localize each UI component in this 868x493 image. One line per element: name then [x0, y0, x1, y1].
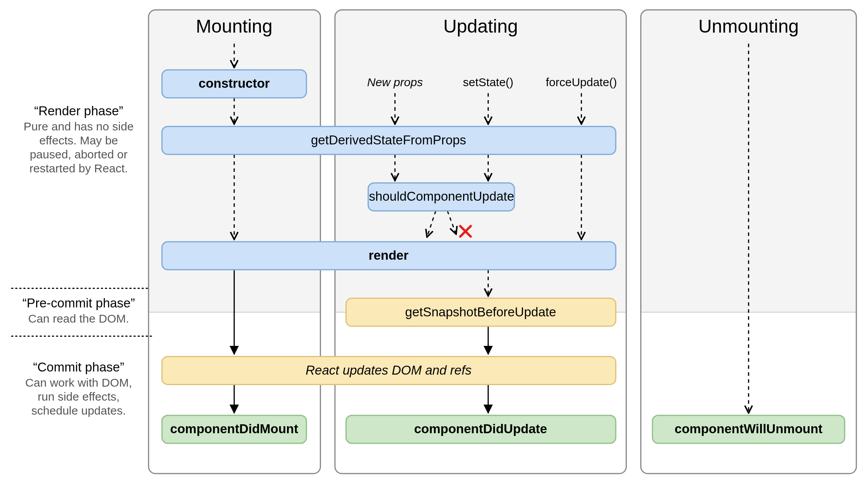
- render-phase-title: “Render phase”: [34, 104, 123, 118]
- svg-text:effects. May be: effects. May be: [39, 134, 118, 147]
- lifecycle-diagram: “Render phase” Pure and has no side effe…: [0, 0, 868, 493]
- svg-text:componentDidUpdate: componentDidUpdate: [414, 422, 547, 436]
- svg-text:constructor: constructor: [199, 76, 270, 90]
- trigger-new-props: New props: [367, 76, 423, 89]
- svg-text:schedule updates.: schedule updates.: [31, 404, 126, 417]
- unmounting-title: Unmounting: [698, 16, 799, 36]
- svg-text:getSnapshotBeforeUpdate: getSnapshotBeforeUpdate: [405, 305, 556, 319]
- commit-phase-title: “Commit phase”: [33, 360, 124, 374]
- updating-title: Updating: [443, 16, 518, 36]
- svg-text:render: render: [369, 248, 409, 262]
- svg-text:run side effects,: run side effects,: [38, 390, 120, 403]
- trigger-forceupdate: forceUpdate(): [546, 76, 617, 89]
- svg-text:paused, aborted or: paused, aborted or: [30, 148, 128, 161]
- svg-text:Can read the DOM.: Can read the DOM.: [28, 312, 129, 325]
- svg-text:Pure and has no side: Pure and has no side: [24, 120, 134, 133]
- trigger-setstate: setState(): [463, 76, 514, 89]
- svg-text:componentDidMount: componentDidMount: [170, 422, 298, 436]
- side-labels: “Render phase” Pure and has no side effe…: [12, 104, 153, 417]
- svg-text:shouldComponentUpdate: shouldComponentUpdate: [369, 189, 514, 203]
- svg-text:componentWillUnmount: componentWillUnmount: [675, 422, 823, 436]
- svg-text:getDerivedStateFromProps: getDerivedStateFromProps: [311, 133, 466, 147]
- mounting-title: Mounting: [196, 16, 273, 36]
- svg-text:restarted by React.: restarted by React.: [30, 162, 128, 175]
- svg-rect-17: [641, 10, 856, 312]
- svg-text:React updates DOM and refs: React updates DOM and refs: [306, 363, 471, 377]
- precommit-phase-title: “Pre-commit phase”: [23, 296, 135, 310]
- svg-text:Can work with DOM,: Can work with DOM,: [25, 376, 132, 389]
